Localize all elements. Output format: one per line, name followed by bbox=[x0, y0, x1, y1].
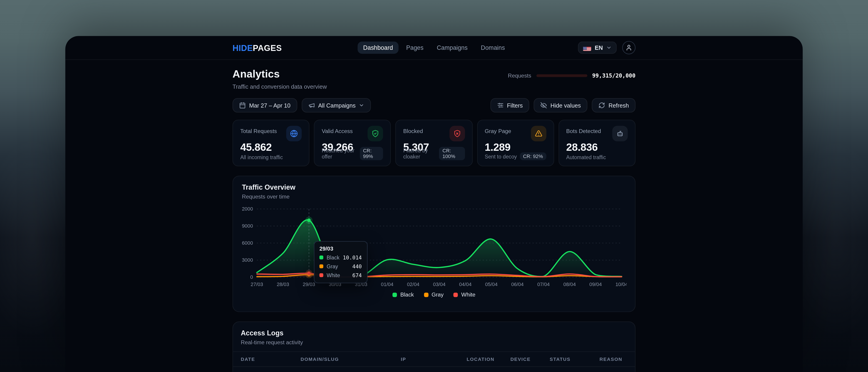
page-title: Analytics bbox=[232, 68, 327, 81]
stat-card-bots-detected: Bots Detected28.836Automated traffic bbox=[558, 120, 636, 167]
nav-tab-domains[interactable]: Domains bbox=[475, 41, 510, 54]
requests-progress-bar bbox=[536, 74, 587, 77]
stat-value: 1.289 bbox=[485, 141, 546, 154]
stat-card-total-requests: Total Requests45.862All incoming traffic bbox=[232, 120, 310, 167]
column-header-date: DATE bbox=[241, 356, 301, 362]
refresh-button[interactable]: Refresh bbox=[592, 98, 636, 112]
column-header-location: LOCATION bbox=[467, 356, 510, 362]
traffic-chart[interactable]: 03000600090001200027/0328/0329/0330/0331… bbox=[242, 204, 626, 289]
campaign-filter-label: All Campaigns bbox=[318, 102, 355, 109]
stat-icon-box bbox=[612, 126, 628, 141]
logs-subtitle: Real-time request activity bbox=[241, 339, 627, 345]
stat-value: 45.862 bbox=[240, 141, 302, 154]
stat-card-gray-page: Gray Page1.289Sent to decoyCR: 92% bbox=[477, 120, 554, 167]
column-header-device: DEVICE bbox=[510, 356, 550, 362]
nav-tab-pages[interactable]: Pages bbox=[401, 41, 429, 54]
svg-text:01/04: 01/04 bbox=[381, 282, 393, 287]
svg-text:27/03: 27/03 bbox=[251, 282, 263, 287]
refresh-label: Refresh bbox=[609, 102, 629, 109]
us-flag-icon bbox=[583, 45, 592, 51]
alert-triangle-icon bbox=[535, 130, 542, 137]
stat-icon-box bbox=[368, 126, 383, 141]
legend-item-white[interactable]: White bbox=[454, 291, 475, 298]
column-header-reason: REASON bbox=[599, 356, 627, 362]
column-header-domain-slug: DOMAIN/SLUG bbox=[301, 356, 401, 362]
svg-text:09/04: 09/04 bbox=[589, 282, 602, 287]
legend-item-gray[interactable]: Gray bbox=[424, 291, 443, 298]
svg-text:02/04: 02/04 bbox=[407, 282, 420, 287]
megaphone-icon bbox=[308, 102, 315, 109]
svg-text:9000: 9000 bbox=[242, 223, 253, 229]
stat-label: Valid Access bbox=[322, 126, 353, 134]
date-range-button[interactable]: Mar 27 – Apr 10 bbox=[232, 98, 297, 112]
stat-footer: All incoming traffic bbox=[240, 154, 283, 160]
page-subtitle: Traffic and conversion data overview bbox=[232, 83, 327, 90]
svg-text:6000: 6000 bbox=[242, 240, 253, 246]
logo-part-pages: PAGES bbox=[253, 43, 282, 52]
stat-label: Total Requests bbox=[240, 126, 277, 134]
chevron-down-icon bbox=[606, 45, 612, 50]
conversion-rate-badge: CR: 100% bbox=[439, 147, 465, 160]
shield-check-icon bbox=[372, 130, 379, 137]
column-header-ip: IP bbox=[401, 356, 467, 362]
traffic-chart-svg: 03000600090001200027/0328/0329/0330/0331… bbox=[242, 204, 627, 289]
hide-values-button[interactable]: Hide values bbox=[534, 98, 588, 112]
stats-row: Total Requests45.862All incoming traffic… bbox=[232, 120, 636, 167]
svg-text:07/04: 07/04 bbox=[537, 282, 550, 287]
user-avatar-button[interactable] bbox=[622, 41, 636, 54]
access-logs-panel: Access Logs Real-time request activity D… bbox=[232, 321, 636, 372]
log-table-row[interactable]: 10/04 01:00medcorporation.site/new-v3173… bbox=[233, 367, 635, 372]
language-label: EN bbox=[595, 44, 603, 51]
svg-text:03/04: 03/04 bbox=[433, 282, 445, 287]
svg-text:04/04: 04/04 bbox=[459, 282, 472, 287]
svg-text:08/04: 08/04 bbox=[563, 282, 576, 287]
tooltip-row-white: White674 bbox=[319, 272, 362, 278]
chart-subtitle: Requests over time bbox=[242, 194, 626, 200]
conversion-rate-badge: CR: 92% bbox=[520, 152, 546, 160]
nav-tab-campaigns[interactable]: Campaigns bbox=[431, 41, 473, 54]
globe-icon bbox=[290, 130, 298, 137]
stat-icon-box bbox=[286, 126, 302, 141]
stat-footer: Automated traffic bbox=[566, 154, 606, 160]
requests-label: Requests bbox=[508, 73, 531, 79]
app-logo[interactable]: HIDE PAGES bbox=[232, 43, 282, 52]
legend-item-black[interactable]: Black bbox=[393, 291, 414, 298]
svg-text:05/04: 05/04 bbox=[485, 282, 498, 287]
svg-text:10/04: 10/04 bbox=[616, 282, 627, 287]
stat-footer: Filtered by cloaker bbox=[403, 147, 439, 160]
campaign-filter-button[interactable]: All Campaigns bbox=[302, 98, 371, 112]
tooltip-row-gray: Gray440 bbox=[319, 263, 362, 269]
logs-table-header: DATEDOMAIN/SLUGIPLOCATIONDEVICESTATUSREA… bbox=[233, 351, 635, 367]
tooltip-row-black: Black10.014 bbox=[319, 254, 362, 261]
chevron-down-icon bbox=[359, 103, 365, 108]
nav-tab-dashboard[interactable]: Dashboard bbox=[358, 41, 399, 54]
svg-text:29/03: 29/03 bbox=[303, 282, 315, 287]
conversion-rate-badge: CR: 99% bbox=[360, 147, 383, 160]
stat-icon-box bbox=[531, 126, 546, 141]
stat-card-blocked: Blocked5.307Filtered by cloakerCR: 100% bbox=[395, 120, 472, 167]
stat-footer: Reached your offer bbox=[322, 147, 360, 160]
stat-icon-box bbox=[449, 126, 465, 141]
logo-part-hide: HIDE bbox=[232, 43, 253, 52]
logs-title: Access Logs bbox=[241, 329, 627, 337]
main-nav: DashboardPagesCampaignsDomains bbox=[358, 41, 510, 54]
filters-label: Filters bbox=[507, 102, 523, 109]
svg-text:12000: 12000 bbox=[242, 206, 253, 212]
eye-off-icon bbox=[540, 102, 547, 109]
user-icon bbox=[625, 44, 632, 51]
language-selector[interactable]: EN bbox=[578, 41, 617, 54]
refresh-icon bbox=[599, 102, 605, 109]
requests-quota-meter: Requests 99,315/20,000 bbox=[508, 73, 636, 79]
tooltip-date: 29/03 bbox=[319, 246, 362, 252]
svg-text:3000: 3000 bbox=[242, 257, 253, 263]
chart-legend: BlackGrayWhite bbox=[242, 291, 626, 298]
stat-label: Gray Page bbox=[485, 126, 511, 134]
hide-values-label: Hide values bbox=[551, 102, 581, 109]
date-range-label: Mar 27 – Apr 10 bbox=[249, 102, 290, 109]
calendar-icon bbox=[239, 102, 246, 109]
stat-card-valid-access: Valid Access39.266Reached your offerCR: … bbox=[314, 120, 391, 167]
stat-label: Bots Detected bbox=[566, 126, 601, 134]
stat-value: 28.836 bbox=[566, 141, 628, 154]
filters-button[interactable]: Filters bbox=[490, 98, 529, 112]
bot-icon bbox=[616, 130, 624, 137]
